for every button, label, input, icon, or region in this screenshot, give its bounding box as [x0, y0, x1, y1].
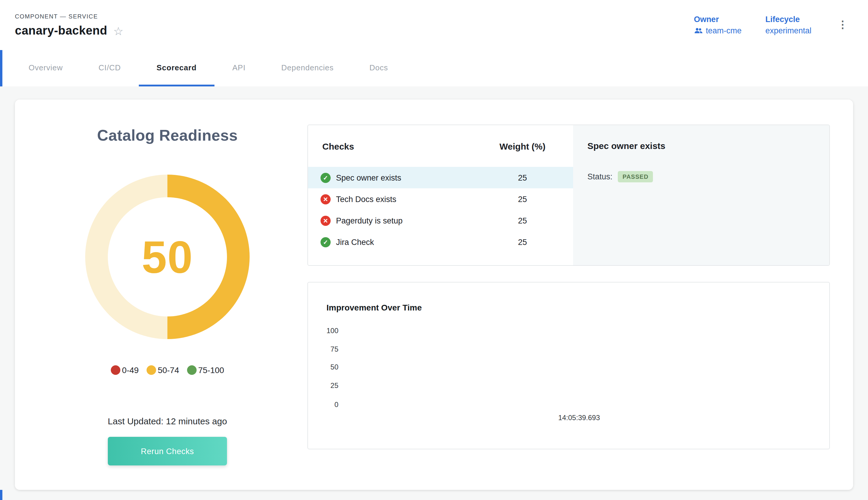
tab-scorecard[interactable]: Scorecard	[139, 50, 215, 87]
status-badge: PASSED	[618, 171, 653, 182]
owner-value: team-cme	[706, 26, 741, 35]
legend-item-high: 75-100	[187, 365, 224, 375]
breadcrumb: COMPONENT — SERVICE	[15, 13, 123, 19]
checks-table: Checks Weight (%) Spec owner exists 25	[308, 125, 573, 265]
check-row[interactable]: Jira Check 25	[308, 231, 573, 253]
check-failed-icon	[321, 194, 331, 204]
check-name-cell: Pagerduty is setup	[308, 215, 472, 226]
y-axis-tick: 50	[308, 363, 338, 371]
readiness-title: Catalog Readiness	[60, 126, 275, 145]
legend-label-high: 75-100	[198, 365, 224, 375]
kebab-menu-icon[interactable]	[835, 19, 850, 31]
lifecycle-value-text: experimental	[765, 26, 811, 35]
group-icon	[694, 27, 703, 34]
check-status-row: Status: PASSED	[587, 171, 815, 182]
check-name-cell: Jira Check	[308, 237, 472, 247]
star-icon[interactable]	[113, 25, 123, 37]
owner-label: Owner	[694, 15, 741, 24]
tab-overview[interactable]: Overview	[11, 50, 81, 87]
check-passed-icon	[321, 172, 331, 183]
legend-item-mid: 50-74	[147, 365, 179, 375]
check-passed-icon	[321, 237, 331, 247]
column-header-weight: Weight (%)	[472, 141, 573, 151]
tab-cicd[interactable]: CI/CD	[81, 50, 139, 87]
lifecycle-block: Lifecycle experimental	[765, 15, 811, 35]
page-header: COMPONENT — SERVICE canary-backend Owner	[0, 0, 868, 50]
score-legend: 0-49 50-74 75-100	[60, 365, 275, 375]
legend-label-low: 0-49	[122, 365, 139, 375]
owner-link[interactable]: team-cme	[694, 26, 741, 35]
check-weight: 25	[472, 216, 573, 225]
y-axis-tick: 25	[308, 382, 338, 390]
check-detail-title: Spec owner exists	[587, 141, 815, 151]
check-name-cell: Tech Docs exists	[308, 194, 472, 204]
x-axis-tick: 14:05:39.693	[540, 413, 618, 422]
checks-panel: Checks Weight (%) Spec owner exists 25	[308, 125, 830, 266]
checks-table-header: Checks Weight (%)	[308, 125, 573, 167]
check-row[interactable]: Pagerduty is setup 25	[308, 210, 573, 231]
bottom-accent-bar	[0, 490, 2, 500]
legend-dot-red	[111, 365, 120, 375]
check-row[interactable]: Tech Docs exists 25	[308, 188, 573, 210]
legend-dot-yellow	[147, 365, 156, 375]
scorecard-card: Catalog Readiness 50 0-49 50-74 7	[15, 100, 853, 490]
left-accent-bar	[0, 50, 2, 87]
check-row[interactable]: Spec owner exists 25	[308, 167, 573, 188]
improvement-chart-panel: Improvement Over Time 100 75 50 25 0 14:…	[308, 282, 830, 449]
tab-dependencies[interactable]: Dependencies	[263, 50, 351, 87]
page-title: canary-backend	[15, 24, 107, 37]
y-axis-tick: 100	[308, 327, 338, 335]
check-weight: 25	[472, 195, 573, 204]
tab-api[interactable]: API	[215, 50, 263, 87]
check-name: Jira Check	[336, 238, 374, 247]
check-name: Spec owner exists	[336, 173, 401, 182]
tab-docs[interactable]: Docs	[351, 50, 406, 87]
check-name: Pagerduty is setup	[336, 216, 403, 225]
main-area: Catalog Readiness 50 0-49 50-74 7	[0, 87, 868, 500]
score-value: 50	[85, 174, 250, 339]
check-failed-icon	[321, 215, 331, 226]
check-weight: 25	[472, 238, 573, 247]
app-viewport: COMPONENT — SERVICE canary-backend Owner	[0, 0, 868, 500]
check-detail-panel: Spec owner exists Status: PASSED	[573, 125, 829, 265]
entity-meta: Owner team-cme Lifecycle	[694, 15, 850, 35]
legend-item-low: 0-49	[111, 365, 139, 375]
readiness-summary: Catalog Readiness 50 0-49 50-74 7	[60, 100, 275, 465]
chart-title: Improvement Over Time	[326, 303, 422, 312]
check-name-cell: Spec owner exists	[308, 172, 472, 183]
lifecycle-value[interactable]: experimental	[765, 26, 811, 35]
y-axis-tick: 75	[308, 345, 338, 353]
title-row: canary-backend	[15, 24, 123, 37]
y-axis-tick: 0	[308, 400, 338, 409]
legend-label-mid: 50-74	[158, 365, 179, 375]
check-name: Tech Docs exists	[336, 195, 396, 204]
score-gauge: 50	[85, 174, 250, 339]
tab-bar: Overview CI/CD Scorecard API Dependencie…	[0, 50, 868, 87]
last-updated-text: Last Updated: 12 minutes ago	[60, 416, 275, 426]
legend-dot-green	[187, 365, 196, 375]
column-header-checks: Checks	[308, 141, 472, 151]
owner-block: Owner team-cme	[694, 15, 741, 35]
entity-identity: COMPONENT — SERVICE canary-backend	[15, 13, 123, 37]
status-label: Status:	[587, 172, 612, 181]
check-weight: 25	[472, 173, 573, 182]
lifecycle-label: Lifecycle	[765, 15, 811, 24]
rerun-checks-button[interactable]: Rerun Checks	[108, 437, 227, 465]
